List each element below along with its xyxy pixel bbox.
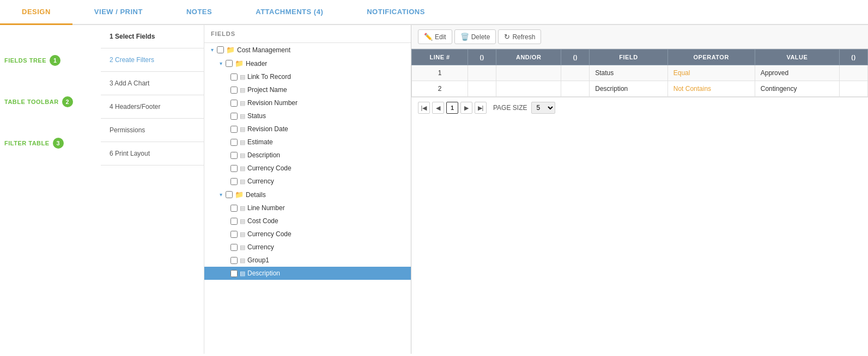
cell-line-2: 2	[412, 81, 468, 97]
checkbox-description[interactable]	[230, 152, 238, 159]
delete-icon: 🗑️	[460, 33, 469, 41]
file-icon: ▤	[240, 139, 245, 146]
edit-icon: ✏️	[424, 33, 433, 41]
checkbox-currency[interactable]	[230, 178, 238, 185]
checkbox-currency-code[interactable]	[230, 165, 238, 172]
tree-item-revision-number[interactable]: ▤ Revision Number	[204, 96, 411, 109]
step-add-chart[interactable]: 3 Add A Chart	[101, 72, 204, 95]
cell-p2-1	[561, 65, 590, 81]
checkbox-cost-management[interactable]	[217, 46, 224, 53]
checkbox-header[interactable]	[226, 60, 233, 67]
filter-toolbar: ✏️ Edit 🗑️ Delete ↻ Refresh	[411, 25, 868, 49]
tab-notifications[interactable]: NOTIFICATIONS	[345, 0, 447, 25]
cell-p1-1	[468, 65, 496, 81]
tree-item-line-number[interactable]: ▤ Line Number	[204, 201, 411, 214]
chevron-down-icon[interactable]: ▾	[220, 60, 222, 66]
file-icon: ▤	[240, 257, 245, 264]
step-print-layout[interactable]: 6 Print Layout	[101, 142, 204, 165]
delete-button[interactable]: 🗑️ Delete	[454, 29, 496, 44]
file-icon: ▤	[240, 205, 245, 212]
col-header-andor: AND/OR	[496, 50, 561, 65]
tree-item-status[interactable]: ▤ Status	[204, 109, 411, 122]
tree-item-currency-2[interactable]: ▤ Currency	[204, 241, 411, 254]
checkbox-revision-number[interactable]	[230, 100, 238, 107]
tree-label-revision-date: Revision Date	[247, 125, 288, 133]
edit-button[interactable]: ✏️ Edit	[418, 29, 452, 44]
annotation-table-toolbar-label: TABLE TOOLBAR	[4, 99, 59, 105]
checkbox-link-to-record[interactable]	[230, 73, 238, 81]
tree-label-description-2: Description	[247, 269, 280, 277]
checkbox-currency-code-2[interactable]	[230, 231, 238, 238]
tree-item-cost-code[interactable]: ▤ Cost Code	[204, 214, 411, 228]
cell-p1-2	[468, 81, 496, 97]
tree-label-cost-code: Cost Code	[247, 217, 278, 225]
step-select-fields[interactable]: 1 Select Fields	[101, 25, 204, 48]
chevron-down-icon[interactable]: ▾	[211, 47, 214, 53]
checkbox-currency-2[interactable]	[230, 244, 238, 251]
refresh-icon: ↻	[504, 33, 510, 41]
tree-item-details[interactable]: ▾ 📁 Details	[204, 188, 411, 201]
col-header-line: LINE #	[412, 50, 468, 65]
tab-view-print[interactable]: VIEW / PRINT	[72, 0, 165, 25]
file-icon: ▤	[240, 73, 245, 81]
table-row: 1 Status Equal Approved	[412, 65, 868, 81]
tree-item-currency-code[interactable]: ▤ Currency Code	[204, 162, 411, 175]
checkbox-group1[interactable]	[230, 257, 238, 264]
tree-item-currency-code-2[interactable]: ▤ Currency Code	[204, 228, 411, 241]
tree-item-group1[interactable]: ▤ Group1	[204, 254, 411, 267]
tree-item-project-name[interactable]: ▤ Project Name	[204, 83, 411, 96]
file-icon: ▤	[240, 165, 245, 172]
refresh-label: Refresh	[512, 33, 535, 41]
tree-item-revision-date[interactable]: ▤ Revision Date	[204, 122, 411, 136]
checkbox-description-2[interactable]	[230, 270, 238, 277]
tree-item-description[interactable]: ▤ Description	[204, 149, 411, 162]
refresh-button[interactable]: ↻ Refresh	[498, 29, 541, 44]
folder-icon: 📁	[235, 191, 244, 199]
next-page-button[interactable]: ▶	[460, 102, 472, 114]
cell-operator-2[interactable]: Not Contains	[667, 81, 755, 97]
tab-design[interactable]: DESIGN	[0, 0, 72, 25]
table-row: 2 Description Not Contains Contingency	[412, 81, 868, 97]
folder-icon: 📁	[226, 46, 235, 54]
col-header-p3: ()	[840, 50, 868, 65]
checkbox-cost-code[interactable]	[230, 218, 238, 225]
checkbox-status[interactable]	[230, 113, 238, 120]
col-header-value: VALUE	[755, 50, 839, 65]
cell-andor-2	[496, 81, 561, 97]
tab-attachments[interactable]: ATTACHMENTS (4)	[234, 0, 345, 25]
tree-item-header[interactable]: ▾ 📁 Header	[204, 57, 411, 70]
page-size-select[interactable]: 5 10 25	[531, 102, 555, 114]
current-page-button[interactable]: 1	[446, 102, 458, 114]
step-headers-footer[interactable]: 4 Headers/Footer	[101, 95, 204, 119]
annotation-fields-tree: FIELDS TREE 1	[0, 55, 101, 66]
tree-label-currency-code: Currency Code	[247, 164, 292, 172]
checkbox-revision-date[interactable]	[230, 126, 238, 133]
checkbox-estimate[interactable]	[230, 139, 238, 146]
operator-link-1[interactable]: Equal	[673, 69, 690, 77]
step-permissions[interactable]: Permissions	[101, 119, 204, 142]
tree-label-description: Description	[247, 151, 280, 159]
tab-notes[interactable]: NOTES	[165, 0, 234, 25]
tree-item-cost-management[interactable]: ▾ 📁 Cost Management	[204, 43, 411, 57]
annotation-table-toolbar: TABLE TOOLBAR 2	[0, 96, 101, 107]
annotation-fields-tree-label: FIELDS TREE	[4, 57, 46, 64]
operator-link-2[interactable]: Not Contains	[673, 85, 711, 93]
left-side: FIELDS TREE 1 TABLE TOOLBAR 2 FILTER TAB…	[0, 25, 204, 354]
pagination-row: |◀ ◀ 1 ▶ ▶| PAGE SIZE 5 10 25	[411, 97, 868, 118]
tree-item-description-2[interactable]: ▤ Description	[204, 267, 411, 280]
checkbox-project-name[interactable]	[230, 87, 238, 94]
chevron-down-icon[interactable]: ▾	[220, 192, 222, 198]
col-header-operator: OPERATOR	[667, 50, 755, 65]
tree-item-estimate[interactable]: ▤ Estimate	[204, 136, 411, 149]
prev-page-button[interactable]: ◀	[432, 102, 444, 114]
checkbox-details[interactable]	[226, 191, 233, 198]
filter-table: LINE # () AND/OR () FIELD OPERATOR VALUE…	[411, 49, 868, 97]
checkbox-line-number[interactable]	[230, 205, 238, 212]
cell-value-2: Contingency	[755, 81, 839, 97]
step-create-filters[interactable]: 2 Create Filters	[101, 48, 204, 72]
tree-item-currency[interactable]: ▤ Currency	[204, 175, 411, 188]
first-page-button[interactable]: |◀	[418, 102, 430, 114]
last-page-button[interactable]: ▶|	[475, 102, 487, 114]
cell-operator-1[interactable]: Equal	[667, 65, 755, 81]
tree-item-link-to-record[interactable]: ▤ Link To Record	[204, 70, 411, 83]
